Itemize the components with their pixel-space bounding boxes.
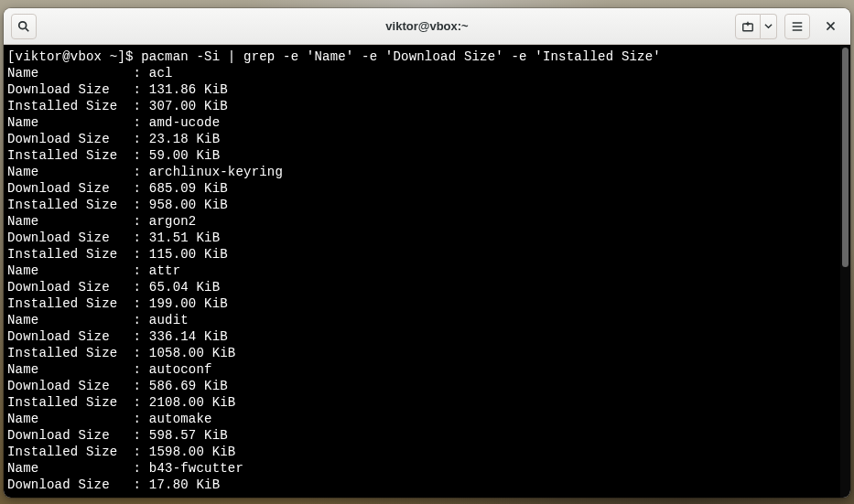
terminal-output[interactable]: [viktor@vbox ~]$ pacman -Si | grep -e 'N… — [4, 45, 850, 498]
search-button[interactable] — [11, 14, 37, 39]
svg-line-1 — [26, 27, 28, 30]
window-title: viktor@vbox:~ — [4, 19, 850, 33]
scrollbar[interactable] — [840, 45, 850, 498]
svg-point-0 — [19, 21, 27, 28]
terminal-window: viktor@vbox:~ — [4, 8, 850, 498]
close-icon — [825, 20, 837, 32]
new-tab-button[interactable] — [735, 14, 761, 39]
close-button[interactable] — [817, 14, 843, 39]
chevron-down-icon — [764, 22, 773, 30]
new-tab-icon — [741, 20, 754, 33]
hamburger-menu-button[interactable] — [784, 14, 810, 39]
search-icon — [17, 20, 30, 33]
hamburger-icon — [791, 20, 804, 33]
scrollbar-thumb[interactable] — [842, 48, 849, 267]
titlebar: viktor@vbox:~ — [4, 8, 850, 45]
new-tab-menu-button[interactable] — [761, 14, 777, 39]
new-tab-group — [733, 14, 779, 39]
